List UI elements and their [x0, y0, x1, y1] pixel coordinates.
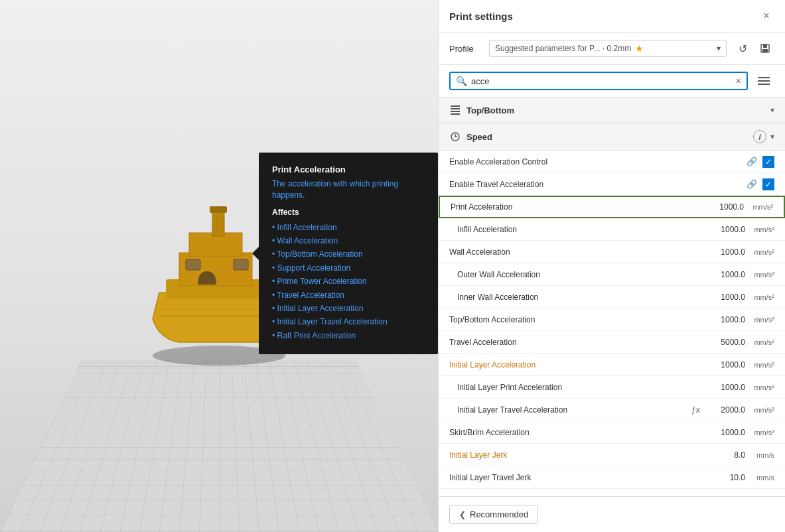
menu-button[interactable] [753, 70, 774, 92]
search-row: 🔍 × [439, 65, 785, 98]
tooltip-affects-label: Affects [272, 208, 425, 217]
settings-row-wall-acceleration[interactable]: Wall Acceleration1000.0mm/s² [439, 241, 785, 263]
tooltip-title: Print Acceleration [272, 165, 425, 174]
formula-icon[interactable]: ƒx [691, 405, 700, 415]
svg-rect-5 [210, 206, 227, 213]
row-value: 1000.0 [705, 270, 745, 279]
profile-actions: ↺ [733, 39, 774, 58]
row-label: Inner Wall Acceleration [457, 293, 705, 302]
grid-floor [0, 360, 438, 532]
tooltip-affects-list: Infill AccelerationWall AccelerationTop/… [272, 221, 425, 343]
row-label: Skirt/Brim Acceleration [449, 428, 705, 437]
tooltip-affects-item: Wall Acceleration [272, 234, 425, 247]
hamburger-icon [758, 77, 770, 78]
settings-row-initial-layer-travel-acceleration[interactable]: Initial Layer Travel Accelerationƒx2000.… [439, 399, 785, 421]
row-value: 1000.0 [705, 383, 745, 392]
link-icon[interactable]: 🔗 [747, 179, 757, 189]
svg-rect-7 [234, 259, 248, 270]
settings-row-infill-acceleration[interactable]: Infill Acceleration1000.0mm/s² [439, 218, 785, 241]
search-clear-button[interactable]: × [736, 76, 741, 86]
row-label: Print Acceleration [451, 202, 704, 212]
profile-selector[interactable]: Suggested parameters for P... · 0.2mm ★ … [489, 40, 727, 57]
link-icon[interactable]: 🔗 [747, 157, 757, 166]
tooltip-affects-item: Raft Print Acceleration [272, 329, 425, 342]
print-settings-panel: Print settings × Profile Suggested param… [438, 0, 785, 532]
info-icon[interactable]: i [753, 130, 766, 143]
settings-row-outer-wall-acceleration[interactable]: Outer Wall Acceleration1000.0mm/s² [439, 263, 785, 286]
settings-row-initial-layer-jerk[interactable]: Initial Layer Jerk8.0mm/s [439, 444, 785, 466]
settings-row-initial-layer-print-acceleration[interactable]: Initial Layer Print Acceleration1000.0mm… [439, 376, 785, 399]
tooltip-affects-item: Top/Bottom Acceleration [272, 247, 425, 261]
search-box: 🔍 × [449, 72, 748, 90]
reset-profile-button[interactable]: ↺ [733, 39, 752, 58]
save-profile-button[interactable] [756, 39, 774, 58]
profile-star: ★ [635, 43, 644, 54]
row-label: Top/Bottom Acceleration [449, 315, 705, 324]
checkbox-enable-travel-acceleration[interactable] [762, 178, 774, 190]
profile-value: Suggested parameters for P... · 0.2mm [495, 44, 631, 53]
top-bottom-icon [449, 104, 461, 116]
settings-row-initial-layer-travel-jerk[interactable]: Initial Layer Travel Jerk10.0mm/s [439, 466, 785, 489]
panel-title: Print settings [449, 11, 513, 22]
recommended-label: Recommended [470, 509, 528, 519]
search-input[interactable] [471, 76, 732, 86]
section-speed[interactable]: Speed i ▾ [439, 123, 785, 151]
settings-row-print-acceleration[interactable]: Print Acceleration1000.0mm/s² [439, 196, 785, 218]
svg-rect-12 [762, 49, 768, 52]
chevron-left-icon: ❮ [459, 510, 466, 519]
row-value: 1000.0 [705, 315, 745, 324]
chevron-down-icon: ▾ [717, 44, 721, 53]
row-unit: mm/s² [748, 271, 774, 279]
row-label: Initial Layer Travel Jerk [449, 473, 705, 482]
svg-rect-4 [212, 210, 224, 236]
hamburger-icon [758, 80, 770, 82]
row-unit: mm/s [748, 474, 774, 482]
svg-rect-14 [451, 108, 460, 109]
settings-row-enable-travel-acceleration[interactable]: Enable Travel Acceleration🔗 [439, 173, 785, 196]
svg-rect-11 [763, 44, 767, 48]
row-label: Initial Layer Acceleration [449, 360, 705, 369]
close-button[interactable]: × [758, 8, 774, 24]
row-value: 1000.0 [705, 293, 745, 302]
recommended-button[interactable]: ❮ Recommended [449, 505, 538, 524]
row-label: Wall Acceleration [449, 247, 705, 257]
settings-row-initial-layer-acceleration[interactable]: Initial Layer Acceleration1000.0mm/s² [439, 354, 785, 376]
chevron-icon: ▾ [770, 105, 774, 115]
settings-row-inner-wall-acceleration[interactable]: Inner Wall Acceleration1000.0mm/s² [439, 286, 785, 308]
chevron-icon: ▾ [770, 132, 774, 141]
row-value: 10.0 [705, 473, 745, 482]
row-unit: mm/s² [748, 406, 774, 414]
settings-row-skirt-brim-acceleration[interactable]: Skirt/Brim Acceleration1000.0mm/s² [439, 421, 785, 444]
settings-row-top-bottom-acceleration[interactable]: Top/Bottom Acceleration1000.0mm/s² [439, 308, 785, 331]
tooltip-box: Print Acceleration The acceleration with… [259, 153, 438, 354]
settings-content: Top/Bottom ▾ Speed i ▾ Enable Accelerati… [439, 98, 785, 496]
row-label: Travel Acceleration [449, 338, 705, 347]
tooltip-affects-item: Infill Acceleration [272, 221, 425, 234]
row-value: 1000.0 [704, 202, 744, 212]
settings-rows: Enable Acceleration Control🔗Enable Trave… [439, 151, 785, 489]
row-unit: mm/s² [747, 203, 773, 211]
profile-label: Profile [449, 44, 482, 54]
row-unit: mm/s [748, 451, 774, 459]
row-label: Initial Layer Jerk [449, 450, 705, 460]
svg-rect-6 [186, 259, 200, 270]
svg-rect-15 [451, 111, 460, 112]
tooltip-affects-item: Travel Acceleration [272, 289, 425, 302]
section-title-speed: Speed [466, 132, 753, 142]
checkbox-enable-acceleration-control[interactable] [762, 156, 774, 168]
row-unit: mm/s² [748, 248, 774, 256]
settings-row-travel-acceleration[interactable]: Travel Acceleration5000.0mm/s² [439, 331, 785, 354]
svg-rect-16 [451, 113, 460, 115]
row-value: 1000.0 [705, 225, 745, 234]
svg-rect-13 [451, 105, 460, 107]
row-unit: mm/s² [748, 361, 774, 369]
row-unit: mm/s² [748, 429, 774, 436]
row-label: Initial Layer Print Acceleration [457, 383, 705, 392]
row-unit: mm/s² [748, 383, 774, 391]
row-label: Enable Travel Acceleration [449, 180, 747, 189]
tooltip-affects-item: Prime Tower Acceleration [272, 275, 425, 288]
section-top-bottom[interactable]: Top/Bottom ▾ [439, 98, 785, 123]
settings-row-enable-acceleration-control[interactable]: Enable Acceleration Control🔗 [439, 151, 785, 173]
row-unit: mm/s² [748, 316, 774, 324]
3d-viewport[interactable]: Print Acceleration The acceleration with… [0, 0, 438, 532]
